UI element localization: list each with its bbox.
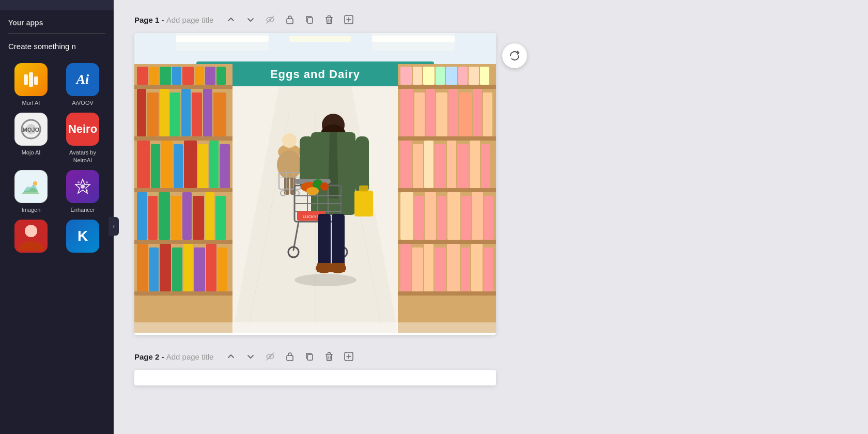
page-2-canvas[interactable] bbox=[134, 370, 496, 385]
page-2-chevron-down[interactable] bbox=[243, 349, 258, 364]
page-2-add[interactable] bbox=[342, 349, 356, 364]
svg-point-9 bbox=[81, 184, 85, 189]
app-item-neiro[interactable]: Neiro Avatars by NeiroAI bbox=[60, 113, 105, 164]
svg-rect-85 bbox=[400, 67, 412, 85]
svg-rect-70 bbox=[215, 196, 226, 240]
svg-rect-45 bbox=[205, 67, 215, 85]
sidebar-divider bbox=[8, 33, 105, 34]
app-item-mojo[interactable]: MOJO Mojo AI bbox=[8, 113, 54, 164]
page-2-trash[interactable] bbox=[322, 349, 336, 364]
svg-rect-75 bbox=[183, 244, 193, 291]
page-2-duplicate[interactable] bbox=[302, 349, 317, 364]
svg-rect-69 bbox=[205, 192, 214, 240]
svg-rect-84 bbox=[398, 291, 496, 296]
app-item-enhancer[interactable]: Enhancer bbox=[60, 170, 105, 213]
app-label-murf: Murf AI bbox=[22, 99, 40, 106]
app-label-imagen: Imagen bbox=[22, 206, 41, 213]
svg-rect-64 bbox=[148, 196, 158, 240]
page-1-trash[interactable] bbox=[322, 12, 336, 27]
page-1-title: Page 1 - Add page title bbox=[134, 16, 213, 24]
svg-rect-96 bbox=[436, 92, 447, 136]
svg-rect-40 bbox=[149, 67, 159, 85]
svg-rect-57 bbox=[161, 141, 173, 188]
svg-rect-171 bbox=[331, 263, 345, 272]
svg-rect-35 bbox=[134, 136, 233, 141]
page-1-canvas[interactable]: Eggs and Dairy bbox=[134, 33, 496, 335]
svg-rect-89 bbox=[446, 67, 457, 85]
svg-rect-68 bbox=[193, 196, 204, 240]
svg-rect-116 bbox=[484, 196, 493, 240]
svg-rect-44 bbox=[195, 67, 204, 85]
svg-rect-2 bbox=[34, 76, 38, 85]
page-1-chevron-up[interactable] bbox=[224, 12, 238, 27]
svg-rect-65 bbox=[159, 192, 170, 240]
svg-rect-60 bbox=[198, 144, 208, 188]
svg-rect-113 bbox=[447, 192, 460, 240]
app-item-krea[interactable]: K bbox=[60, 220, 105, 256]
app-icon-neiro: Neiro bbox=[66, 113, 99, 146]
app-item-murf[interactable]: Murf AI bbox=[8, 63, 54, 106]
grocery-store-image: Eggs and Dairy bbox=[134, 33, 496, 333]
svg-rect-51 bbox=[181, 89, 191, 136]
page-1-add[interactable] bbox=[342, 12, 356, 27]
refresh-button[interactable] bbox=[502, 43, 527, 68]
app-item-imagen[interactable]: Imagen bbox=[8, 170, 54, 213]
apps-grid: Murf AI Ai AiVOOV MOJO Mojo AI Neiro bbox=[0, 57, 114, 262]
page-1-chevron-down[interactable] bbox=[243, 12, 258, 27]
svg-rect-18 bbox=[287, 19, 293, 24]
svg-rect-101 bbox=[400, 141, 412, 188]
svg-rect-82 bbox=[398, 188, 496, 192]
page-2-lock[interactable] bbox=[283, 349, 297, 364]
svg-rect-29 bbox=[176, 33, 269, 51]
svg-rect-49 bbox=[160, 89, 169, 136]
app-label-mojo: Mojo AI bbox=[22, 149, 41, 156]
app-item-aivoov[interactable]: Ai AiVOOV bbox=[60, 63, 105, 106]
svg-rect-42 bbox=[172, 67, 181, 85]
svg-rect-86 bbox=[413, 67, 422, 85]
sidebar-collapse-button[interactable]: ‹ bbox=[109, 217, 119, 236]
page-2-section: Page 2 - Add page title bbox=[134, 349, 847, 385]
app-icon-krea: K bbox=[66, 220, 99, 253]
app-label-aivoov: AiVOOV bbox=[72, 99, 94, 106]
page-1-lock[interactable] bbox=[283, 12, 297, 27]
svg-rect-62 bbox=[220, 144, 230, 188]
svg-point-11 bbox=[86, 181, 88, 183]
svg-rect-74 bbox=[172, 247, 182, 291]
svg-rect-37 bbox=[134, 240, 233, 244]
svg-rect-59 bbox=[184, 141, 197, 188]
svg-rect-77 bbox=[206, 244, 216, 291]
svg-rect-58 bbox=[174, 144, 183, 188]
svg-point-158 bbox=[320, 182, 329, 191]
create-something-button[interactable]: Create something n bbox=[0, 36, 114, 57]
svg-rect-7 bbox=[20, 175, 42, 198]
svg-point-14 bbox=[25, 225, 37, 237]
page-1-canvas-wrapper: Eggs and Dairy bbox=[134, 33, 496, 335]
svg-rect-52 bbox=[192, 92, 202, 136]
svg-rect-55 bbox=[137, 141, 150, 188]
svg-rect-124 bbox=[484, 247, 493, 291]
sidebar: Your apps Create something n Murf AI Ai … bbox=[0, 0, 114, 434]
svg-rect-67 bbox=[182, 192, 192, 240]
page-1-visibility-toggle[interactable] bbox=[263, 12, 277, 27]
svg-rect-92 bbox=[480, 67, 489, 85]
app-icon-imagen bbox=[14, 170, 48, 203]
svg-rect-41 bbox=[160, 67, 171, 85]
svg-rect-120 bbox=[435, 247, 446, 291]
svg-marker-143 bbox=[328, 132, 338, 198]
svg-rect-118 bbox=[412, 247, 423, 291]
svg-rect-167 bbox=[332, 214, 345, 266]
svg-rect-145 bbox=[355, 136, 369, 193]
app-item-person[interactable] bbox=[8, 220, 54, 256]
app-label-neiro: Avatars by NeiroAI bbox=[60, 149, 105, 164]
svg-rect-83 bbox=[398, 240, 496, 244]
svg-rect-119 bbox=[424, 244, 433, 291]
svg-rect-27 bbox=[289, 36, 351, 42]
page-2-visibility-toggle[interactable] bbox=[263, 349, 277, 364]
svg-rect-107 bbox=[470, 141, 480, 188]
svg-rect-117 bbox=[400, 244, 411, 291]
svg-rect-178 bbox=[307, 354, 313, 360]
page-1-duplicate[interactable] bbox=[302, 12, 317, 27]
svg-point-12 bbox=[86, 190, 88, 192]
page-2-chevron-up[interactable] bbox=[224, 349, 238, 364]
app-icon-person bbox=[14, 220, 48, 253]
